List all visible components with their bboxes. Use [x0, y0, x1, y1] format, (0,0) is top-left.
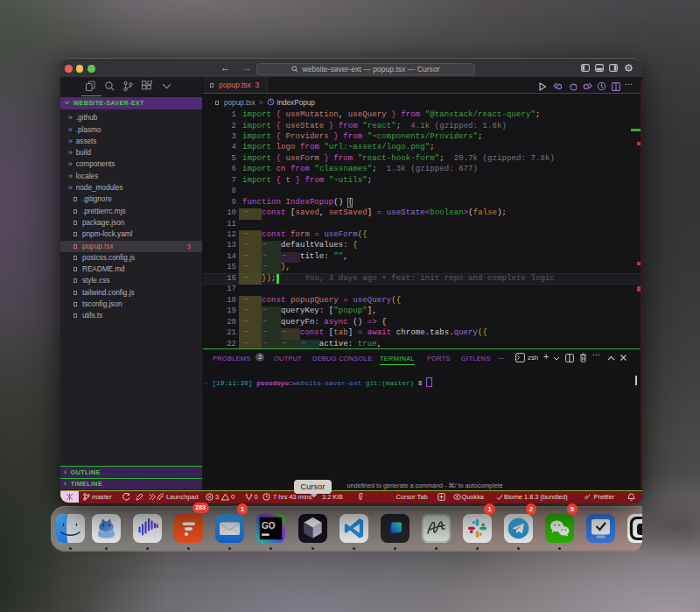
svg-text:GO: GO	[262, 521, 276, 531]
